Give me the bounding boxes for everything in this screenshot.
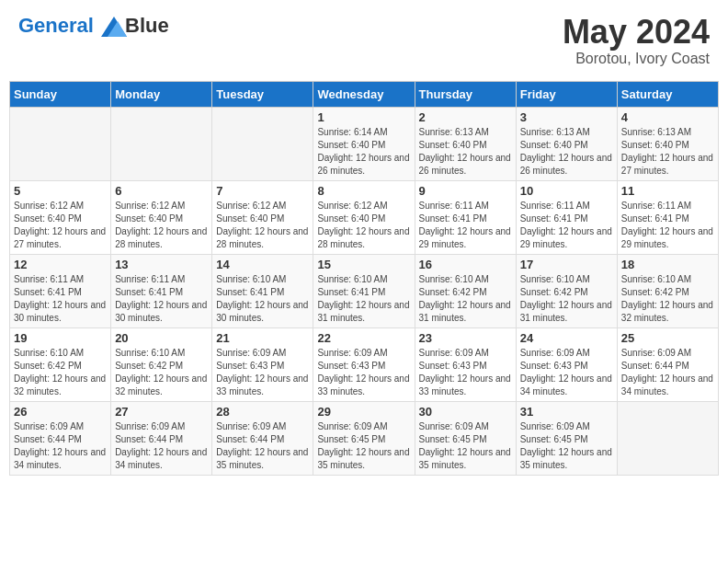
calendar-cell: 5Sunrise: 6:12 AMSunset: 6:40 PMDaylight… [10,180,111,254]
day-number: 23 [419,331,512,345]
day-info: Sunrise: 6:09 AMSunset: 6:45 PMDaylight:… [317,420,410,472]
logo-icon [101,17,127,37]
day-info: Sunrise: 6:11 AMSunset: 6:41 PMDaylight:… [14,273,107,325]
weekday-header-thursday: Thursday [415,81,516,107]
calendar-cell: 11Sunrise: 6:11 AMSunset: 6:41 PMDayligh… [617,180,718,254]
calendar-cell: 29Sunrise: 6:09 AMSunset: 6:45 PMDayligh… [313,401,415,475]
calendar-cell: 7Sunrise: 6:12 AMSunset: 6:40 PMDaylight… [212,180,313,254]
day-number: 5 [14,184,107,198]
day-info: Sunrise: 6:10 AMSunset: 6:41 PMDaylight:… [216,273,309,325]
calendar-cell: 18Sunrise: 6:10 AMSunset: 6:42 PMDayligh… [617,254,718,327]
calendar-cell: 17Sunrise: 6:10 AMSunset: 6:42 PMDayligh… [516,254,617,327]
day-info: Sunrise: 6:11 AMSunset: 6:41 PMDaylight:… [520,200,613,251]
logo-general: General [18,14,94,37]
calendar-cell: 15Sunrise: 6:10 AMSunset: 6:41 PMDayligh… [313,254,415,327]
weekday-header-friday: Friday [516,81,617,107]
day-number: 21 [216,331,309,345]
calendar-cell: 2Sunrise: 6:13 AMSunset: 6:40 PMDaylight… [415,107,516,180]
day-number: 27 [115,405,208,419]
day-info: Sunrise: 6:10 AMSunset: 6:42 PMDaylight:… [520,273,613,325]
calendar-cell: 24Sunrise: 6:09 AMSunset: 6:43 PMDayligh… [516,327,617,401]
day-info: Sunrise: 6:12 AMSunset: 6:40 PMDaylight:… [317,200,410,251]
day-number: 18 [621,258,714,271]
calendar-cell: 26Sunrise: 6:09 AMSunset: 6:44 PMDayligh… [10,401,111,475]
day-number: 8 [317,184,410,198]
day-info: Sunrise: 6:13 AMSunset: 6:40 PMDaylight:… [520,126,613,178]
calendar-cell: 30Sunrise: 6:09 AMSunset: 6:45 PMDayligh… [415,401,516,475]
day-info: Sunrise: 6:10 AMSunset: 6:41 PMDaylight:… [317,273,410,325]
calendar-cell [10,107,111,180]
weekday-header-wednesday: Wednesday [313,81,415,107]
day-number: 16 [419,258,512,271]
day-number: 20 [115,331,208,345]
calendar-cell: 16Sunrise: 6:10 AMSunset: 6:42 PMDayligh… [415,254,516,327]
day-info: Sunrise: 6:09 AMSunset: 6:44 PMDaylight:… [621,347,714,398]
day-number: 9 [419,184,512,198]
title-block: May 2024 Borotou, Ivory Coast [563,14,710,67]
day-number: 24 [520,331,613,345]
day-info: Sunrise: 6:09 AMSunset: 6:45 PMDaylight:… [419,420,512,472]
calendar-week-3: 12Sunrise: 6:11 AMSunset: 6:41 PMDayligh… [10,254,719,327]
day-info: Sunrise: 6:11 AMSunset: 6:41 PMDaylight:… [621,200,714,251]
day-info: Sunrise: 6:10 AMSunset: 6:42 PMDaylight:… [14,347,107,398]
day-info: Sunrise: 6:12 AMSunset: 6:40 PMDaylight:… [115,200,208,251]
day-number: 15 [317,258,410,271]
calendar-cell: 28Sunrise: 6:09 AMSunset: 6:44 PMDayligh… [212,401,313,475]
logo: General Blue [18,14,169,38]
day-number: 12 [14,258,107,271]
calendar-cell: 12Sunrise: 6:11 AMSunset: 6:41 PMDayligh… [10,254,111,327]
day-info: Sunrise: 6:12 AMSunset: 6:40 PMDaylight:… [216,200,309,251]
page-header: General Blue May 2024 Borotou, Ivory Coa… [9,9,719,72]
calendar-cell: 9Sunrise: 6:11 AMSunset: 6:41 PMDaylight… [415,180,516,254]
logo-text: General [18,15,129,37]
day-info: Sunrise: 6:09 AMSunset: 6:44 PMDaylight:… [115,420,208,472]
day-number: 10 [520,184,613,198]
day-number: 31 [520,405,613,419]
day-info: Sunrise: 6:14 AMSunset: 6:40 PMDaylight:… [317,126,410,178]
calendar-cell: 22Sunrise: 6:09 AMSunset: 6:43 PMDayligh… [313,327,415,401]
calendar-cell: 14Sunrise: 6:10 AMSunset: 6:41 PMDayligh… [212,254,313,327]
calendar-cell: 21Sunrise: 6:09 AMSunset: 6:43 PMDayligh… [212,327,313,401]
day-info: Sunrise: 6:13 AMSunset: 6:40 PMDaylight:… [419,126,512,178]
calendar-cell: 19Sunrise: 6:10 AMSunset: 6:42 PMDayligh… [10,327,111,401]
calendar-cell: 3Sunrise: 6:13 AMSunset: 6:40 PMDaylight… [516,107,617,180]
day-info: Sunrise: 6:09 AMSunset: 6:43 PMDaylight:… [520,347,613,398]
calendar-table: SundayMondayTuesdayWednesdayThursdayFrid… [9,81,719,476]
calendar-week-1: 1Sunrise: 6:14 AMSunset: 6:40 PMDaylight… [10,107,719,180]
calendar-cell [111,107,212,180]
day-number: 14 [216,258,309,271]
day-number: 22 [317,331,410,345]
calendar-cell: 23Sunrise: 6:09 AMSunset: 6:43 PMDayligh… [415,327,516,401]
day-info: Sunrise: 6:09 AMSunset: 6:45 PMDaylight:… [520,420,613,472]
day-number: 1 [317,110,410,124]
calendar-cell: 1Sunrise: 6:14 AMSunset: 6:40 PMDaylight… [313,107,415,180]
day-number: 30 [419,405,512,419]
calendar-week-2: 5Sunrise: 6:12 AMSunset: 6:40 PMDaylight… [10,180,719,254]
day-info: Sunrise: 6:10 AMSunset: 6:42 PMDaylight:… [621,273,714,325]
calendar-cell: 27Sunrise: 6:09 AMSunset: 6:44 PMDayligh… [111,401,212,475]
weekday-header-tuesday: Tuesday [212,81,313,107]
day-info: Sunrise: 6:10 AMSunset: 6:42 PMDaylight:… [419,273,512,325]
day-number: 28 [216,405,309,419]
calendar-cell: 13Sunrise: 6:11 AMSunset: 6:41 PMDayligh… [111,254,212,327]
weekday-header-sunday: Sunday [10,81,111,107]
day-info: Sunrise: 6:09 AMSunset: 6:43 PMDaylight:… [419,347,512,398]
calendar-cell: 4Sunrise: 6:13 AMSunset: 6:40 PMDaylight… [617,107,718,180]
day-number: 7 [216,184,309,198]
calendar-cell [212,107,313,180]
calendar-week-5: 26Sunrise: 6:09 AMSunset: 6:44 PMDayligh… [10,401,719,475]
day-number: 25 [621,331,714,345]
day-info: Sunrise: 6:09 AMSunset: 6:44 PMDaylight:… [14,420,107,472]
calendar-title: May 2024 [563,14,710,51]
day-info: Sunrise: 6:09 AMSunset: 6:43 PMDaylight:… [216,347,309,398]
day-number: 4 [621,110,714,124]
day-number: 29 [317,405,410,419]
day-number: 11 [621,184,714,198]
calendar-cell: 6Sunrise: 6:12 AMSunset: 6:40 PMDaylight… [111,180,212,254]
day-number: 13 [115,258,208,271]
calendar-cell: 10Sunrise: 6:11 AMSunset: 6:41 PMDayligh… [516,180,617,254]
day-info: Sunrise: 6:11 AMSunset: 6:41 PMDaylight:… [115,273,208,325]
logo-blue: Blue [125,14,169,38]
day-info: Sunrise: 6:09 AMSunset: 6:44 PMDaylight:… [216,420,309,472]
calendar-cell [617,401,718,475]
